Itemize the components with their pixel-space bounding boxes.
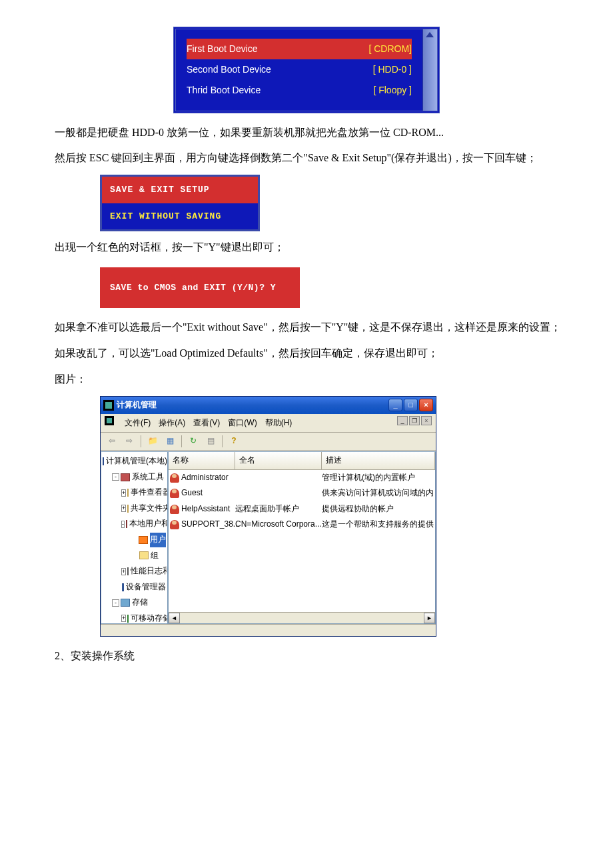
toolbar: ⇦ ⇨ 📁 ▦ ↻ ▤ ? <box>101 433 436 451</box>
tree-label: 性能日志和警报 <box>131 564 168 579</box>
cell-name: Guest <box>181 486 203 501</box>
bios-boot-body: First Boot Device [ CDROM] Second Boot D… <box>176 29 422 111</box>
collapse-icon[interactable]: - <box>121 521 125 528</box>
tools-icon <box>121 473 130 481</box>
paragraph-5: 如果改乱了，可以选"Load Optimized Defaults"，然后按回车… <box>33 344 580 363</box>
paragraph-1: 一般都是把硬盘 HDD-0 放第一位，如果要重新装机那就把光盘放第一位 CD-R… <box>33 123 580 143</box>
expand-icon[interactable]: + <box>121 489 126 497</box>
tree-groups[interactable]: 组 <box>103 548 166 564</box>
folder-icon <box>139 551 149 559</box>
up-button[interactable]: 📁 <box>145 435 160 448</box>
bios-boot-device-image: First Boot Device [ CDROM] Second Boot D… <box>173 27 440 113</box>
menu-help[interactable]: 帮助(H) <box>265 416 293 431</box>
export-button[interactable]: ▤ <box>203 435 218 448</box>
list-body[interactable]: Administrator 管理计算机(域)的内置帐户 Guest 供来宾访问计… <box>169 470 435 612</box>
child-window-buttons: _ ❐ × <box>397 416 432 431</box>
tree-local-users[interactable]: -本地用户和组 <box>103 516 166 532</box>
tree-label: 本地用户和组 <box>129 517 168 531</box>
list-row[interactable]: HelpAssistant 远程桌面助手帐户 提供远程协助的帐户 <box>169 501 435 517</box>
tree-system-tools[interactable]: -系统工具 <box>103 469 166 485</box>
expand-icon[interactable]: + <box>121 615 126 622</box>
cell-name: HelpAssistant <box>181 502 230 517</box>
tree-label: 设备管理器 <box>126 580 166 595</box>
tree-label: 可移动存储 <box>131 611 168 624</box>
tree-shared-folders[interactable]: +共享文件夹 <box>103 501 166 517</box>
tree-event-viewer[interactable]: +事件查看器 <box>103 485 166 501</box>
paragraph-6: 图片： <box>33 370 580 389</box>
minimize-button[interactable]: _ <box>388 399 402 411</box>
boot-value: [ HDD-0 ] <box>373 61 412 78</box>
bios-scrollbar <box>422 29 437 111</box>
exit-no-save-row: EXIT WITHOUT SAVING <box>102 203 258 229</box>
col-description[interactable]: 描述 <box>322 452 435 470</box>
tree-perf-logs[interactable]: +性能日志和警报 <box>103 563 166 579</box>
list-pane: 名称 全名 描述 Administrator 管理计算机(域)的内置帐户 Gue… <box>168 451 436 624</box>
window-body: 计算机管理(本地) -系统工具 +事件查看器 +共享文件夹 -本地用户和组 用户… <box>101 451 436 624</box>
list-row[interactable]: Administrator 管理计算机(域)的内置帐户 <box>169 470 435 486</box>
toolbar-separator <box>222 435 223 447</box>
menu-window[interactable]: 窗口(W) <box>228 416 257 431</box>
expand-icon[interactable]: + <box>121 505 126 512</box>
arrow-right-icon: ⇨ <box>126 434 133 449</box>
scroll-track[interactable] <box>180 613 424 623</box>
list-row[interactable]: Guest 供来宾访问计算机或访问域的内 <box>169 485 435 501</box>
paragraph-4: 如果拿不准可以选最后一个"Exit without Save"，然后按一下"Y"… <box>33 318 580 337</box>
back-button[interactable]: ⇦ <box>105 435 119 448</box>
tree-label: 用户 <box>150 533 166 547</box>
forward-button[interactable]: ⇨ <box>122 435 137 448</box>
cmos-text: SAVE to CMOS and EXIT (Y/N)? Y <box>110 283 276 293</box>
doc-icon <box>105 416 114 425</box>
tree-storage[interactable]: -存储 <box>103 595 166 611</box>
scroll-up-icon <box>426 32 434 37</box>
collapse-icon[interactable]: - <box>112 473 119 481</box>
user-icon <box>170 505 179 514</box>
cell-fullname <box>235 486 322 501</box>
perf-icon <box>127 567 129 575</box>
window-buttons: _ □ × <box>388 399 433 411</box>
computer-management-window: 计算机管理 _ □ × 文件(F) 操作(A) 查看(V) 窗口(W) 帮助(H… <box>100 396 436 637</box>
cell-name: Administrator <box>181 471 229 485</box>
refresh-button[interactable]: ↻ <box>186 435 201 448</box>
scroll-left-button[interactable]: ◄ <box>169 613 180 623</box>
toolbar-separator <box>181 435 182 447</box>
scroll-right-button[interactable]: ► <box>424 613 435 623</box>
tree-users[interactable]: 用户 <box>103 532 166 548</box>
cell-fullname: 远程桌面助手帐户 <box>235 502 322 517</box>
tree-label: 计算机管理(本地) <box>106 454 167 469</box>
maximize-button[interactable]: □ <box>404 399 418 411</box>
arrow-left-icon: ⇦ <box>109 434 115 449</box>
bios-save-exit-image: SAVE & EXIT SETUP EXIT WITHOUT SAVING <box>100 175 260 231</box>
col-fullname[interactable]: 全名 <box>235 452 322 470</box>
tree-pane[interactable]: 计算机管理(本地) -系统工具 +事件查看器 +共享文件夹 -本地用户和组 用户… <box>101 451 168 624</box>
menu-action[interactable]: 操作(A) <box>159 416 185 431</box>
tree-label: 存储 <box>132 595 148 610</box>
help-icon: ? <box>231 434 236 449</box>
boot-value: [ CDROM] <box>368 41 412 57</box>
tree-label: 组 <box>151 549 159 563</box>
child-close[interactable]: × <box>421 416 432 425</box>
child-minimize[interactable]: _ <box>397 416 408 425</box>
boot-label: First Boot Device <box>187 41 258 57</box>
users-group-icon <box>126 520 127 528</box>
tree-root[interactable]: 计算机管理(本地) <box>103 453 166 469</box>
col-name[interactable]: 名称 <box>169 452 235 470</box>
child-restore[interactable]: ❐ <box>409 416 420 425</box>
collapse-icon[interactable]: - <box>112 599 119 607</box>
properties-button[interactable]: ▦ <box>163 435 177 448</box>
horizontal-scrollbar[interactable]: ◄ ► <box>169 612 435 623</box>
expand-icon[interactable]: + <box>121 568 126 575</box>
tree-removable[interactable]: +可移动存储 <box>103 611 166 624</box>
app-icon <box>103 400 114 411</box>
cell-desc: 供来宾访问计算机或访问域的内 <box>322 486 434 501</box>
list-row[interactable]: SUPPORT_38... CN=Microsoft Corpora... 这是… <box>169 517 435 533</box>
close-button[interactable]: × <box>419 399 433 411</box>
menu-file[interactable]: 文件(F) <box>125 416 151 431</box>
help-button[interactable]: ? <box>227 435 241 448</box>
tree-device-manager[interactable]: 设备管理器 <box>103 579 166 595</box>
folder-icon <box>127 505 129 513</box>
save-exit-row: SAVE & EXIT SETUP <box>102 177 258 203</box>
menu-view[interactable]: 查看(V) <box>193 416 220 431</box>
cmos-dialog-image: SAVE to CMOS and EXIT (Y/N)? Y <box>100 267 300 308</box>
user-icon <box>170 473 179 483</box>
refresh-icon: ↻ <box>190 434 197 449</box>
